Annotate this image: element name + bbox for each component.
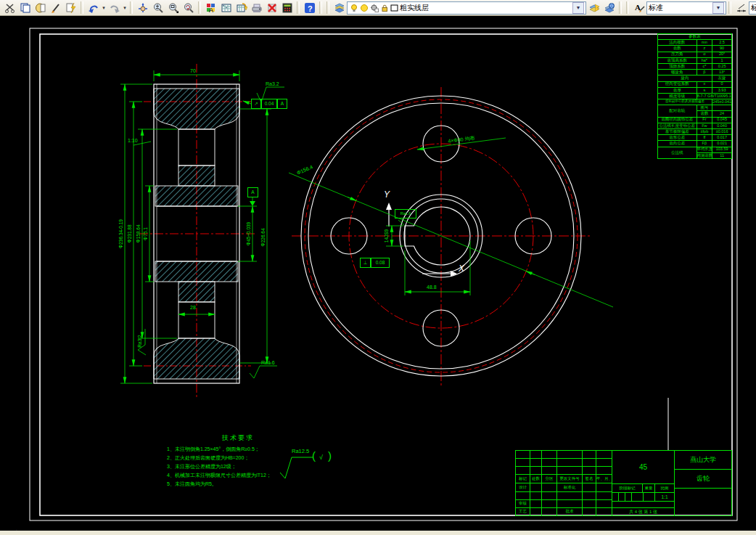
title-block: 标记处数 分区更改文件号 签名年、月、日 设计标准化 审核 工艺批准 45 阶段… — [515, 450, 732, 516]
dim-taper: 1:10 — [128, 138, 138, 143]
chevron-down-icon[interactable]: ▼ — [572, 2, 584, 14]
dim-style-combo-label: 标准 — [751, 3, 756, 13]
param-title: 参数表 — [658, 34, 732, 40]
redo-dropdown-arrow[interactable]: ▾ — [122, 5, 128, 11]
dim-width: 70 — [190, 68, 196, 73]
keyway-gdt-value: 0.08 — [371, 258, 390, 268]
toolbar-separator — [319, 1, 322, 14]
toolbar-separator — [81, 1, 83, 14]
toolbar-separator — [130, 1, 133, 14]
dim-keyway-width: 14JS9 — [385, 229, 390, 242]
layer-freeze-icon — [359, 3, 369, 12]
style-manager-icon[interactable]: A — [203, 1, 218, 15]
datum-triangle — [250, 201, 255, 206]
paren-open: ( — [312, 450, 316, 461]
axis-y-label: Y — [384, 190, 390, 199]
dim-hub-dia: Φ75.1 — [144, 227, 149, 240]
text-style-combo-label: 标准 — [649, 3, 663, 13]
dim-style-icon[interactable] — [734, 1, 749, 15]
delete-icon[interactable] — [264, 1, 279, 15]
datum-a-box: A — [247, 187, 258, 197]
cut-icon[interactable] — [2, 1, 17, 15]
gdt-frame-top: ↗ 0.04 A — [251, 99, 287, 109]
dim-bore-dia: Φ45+0.039 — [247, 222, 252, 245]
toolbar-separator — [626, 1, 629, 14]
part-name: 齿轮 — [674, 469, 732, 489]
layer-color-swatch — [390, 3, 399, 12]
dim-style-combo[interactable]: 标准 — [749, 1, 756, 15]
library-icon[interactable] — [218, 1, 234, 15]
calculator-icon[interactable] — [279, 1, 295, 15]
gear-param-table: 参数表 法向模数mn2.5 齿数z90 压力角α20° 齿顶高系数ha*1 顶隙… — [657, 33, 732, 159]
check-icon: √ — [319, 454, 323, 461]
chevron-down-icon[interactable]: ▼ — [712, 2, 724, 14]
zoom-in-out-icon[interactable] — [150, 1, 165, 15]
gdt-value: 0.04 — [261, 99, 277, 109]
layer-combo[interactable]: 粗实线层 ▼ — [347, 1, 586, 15]
undo-dropdown-arrow[interactable]: ▾ — [101, 5, 107, 11]
zoom-previous-icon[interactable] — [181, 1, 196, 15]
svg-text:A: A — [209, 7, 213, 14]
keyway-roughness: Ra1.6 — [395, 209, 416, 219]
paste-icon[interactable] — [33, 1, 48, 15]
layer-tools-icon[interactable] — [601, 1, 617, 15]
toolbar-separator — [326, 1, 329, 14]
layers-icon[interactable] — [332, 1, 347, 15]
zoom-window-icon[interactable] — [165, 1, 181, 15]
status-mark: ' — [16, 528, 17, 535]
layer-combo-label: 粗实线层 — [400, 3, 429, 13]
format-painter-icon[interactable] — [63, 1, 78, 15]
datum-a-label: A — [247, 187, 258, 197]
status-bar: ' — [0, 531, 756, 535]
toolbar-separator — [198, 1, 201, 14]
dim-mid-dia: Φ158.64 — [136, 224, 141, 242]
svg-text:?: ? — [308, 4, 313, 12]
redo-icon[interactable] — [107, 1, 122, 15]
layer-plot-icon — [369, 3, 379, 12]
gdt-frame-keyway: ⊥ 0.08 — [360, 258, 390, 268]
roughness-note-value: Ra12.5 — [292, 449, 309, 454]
pen-icon[interactable] — [48, 1, 63, 15]
tech-req-line: 1、未注明倒角1.25×45°，倒圆角R≥0.5； — [167, 446, 260, 452]
roughness-note-symbol — [280, 457, 313, 478]
gdt-datum: A — [277, 99, 287, 109]
school-name: 燕山大学 — [674, 450, 732, 470]
keyway-gdt-symbol: ⊥ — [360, 258, 371, 268]
revision-table: 标记处数 分区更改文件号 签名年、月、日 设计标准化 审核 工艺批准 — [515, 450, 612, 516]
drawing-frame — [30, 28, 737, 520]
toolbar-separator — [297, 1, 300, 14]
gdt-symbol: ↗ — [251, 99, 261, 109]
tech-req-line: 5、未注圆角均为R5。 — [167, 481, 217, 486]
dim-pitch-dia: Φ231.88 — [128, 224, 133, 242]
axis-x-label: X — [459, 264, 464, 273]
material-cell: 45 — [612, 450, 675, 484]
text-style-icon[interactable]: A — [631, 1, 646, 15]
front-view — [289, 87, 613, 388]
dim-web-width: 28 — [190, 305, 196, 310]
layer-settings-icon[interactable] — [586, 1, 601, 15]
dim-outer-dia: Φ236.34-0.19 — [119, 219, 124, 248]
help-icon[interactable]: ? — [302, 1, 317, 15]
library-extract-icon[interactable] — [234, 1, 249, 15]
roughness-top: Ra3.2 — [266, 81, 279, 86]
dim-keyway-depth: 48.8 — [427, 285, 437, 290]
paren-close: ) — [328, 450, 332, 461]
render-icon[interactable] — [249, 1, 264, 15]
roughness-bottom: Ra1.6 — [261, 360, 275, 365]
keyway-roughness-box: Ra1.6 — [395, 209, 416, 219]
tech-req-title: 技术要求 — [222, 435, 254, 441]
copy-icon[interactable] — [17, 1, 33, 15]
main-toolbar: ▾ ▾ A ? 粗实线层 ▼ A 标准 ▼ 标准 — [0, 0, 756, 16]
toolbar-separator — [619, 1, 622, 14]
tech-req-line: 2、正火处理后齿面硬度为HB=200； — [167, 455, 249, 460]
drawing-canvas[interactable]: 70 1:10 Ra3.2 ↗ 0.04 A Φ236.34-0.19 Φ231… — [0, 16, 756, 531]
undo-icon[interactable] — [86, 1, 101, 15]
pan-icon[interactable] — [135, 1, 150, 15]
dim-root-dia: Φ226.64 — [261, 228, 266, 246]
sheet-count: 共 4 张 第 1 张 — [612, 507, 675, 516]
text-style-combo[interactable]: 标准 ▼ — [646, 1, 726, 15]
layer-on-icon — [349, 3, 358, 12]
layer-lock-icon — [379, 3, 389, 12]
toolbar-separator — [728, 1, 731, 14]
roughness-left: Ra3.2 — [138, 335, 143, 347]
